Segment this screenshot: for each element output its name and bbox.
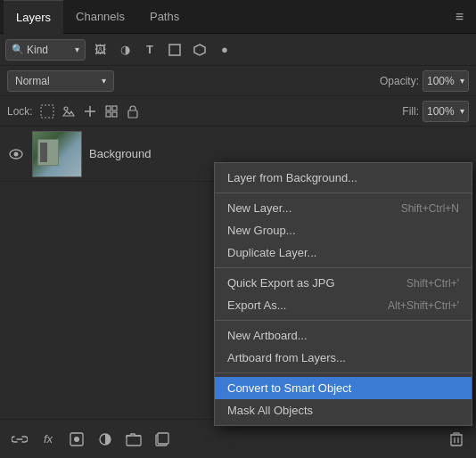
svg-point-12 [14, 151, 19, 156]
tab-channels[interactable]: Channels [63, 0, 137, 34]
menu-item-quick-export[interactable]: Quick Export as JPG Shift+Ctrl+' [215, 272, 472, 294]
svg-rect-7 [112, 106, 117, 110]
lock-artboard-icon[interactable] [103, 102, 120, 120]
new-layer-icon[interactable] [150, 427, 175, 452]
filter-bar: 🔍 Kind ▾ 🖼 ◑ T ● [0, 34, 476, 66]
kind-filter-dropdown[interactable]: 🔍 Kind ▾ [5, 39, 86, 61]
svg-rect-19 [451, 435, 462, 446]
menu-separator-4 [215, 372, 472, 373]
menu-item-new-group[interactable]: New Group... [215, 219, 472, 241]
lock-image-icon[interactable] [60, 102, 78, 120]
menu-item-convert-smart-object[interactable]: Convert to Smart Object [215, 377, 472, 399]
menu-item-duplicate-layer[interactable]: Duplicate Layer... [215, 241, 472, 264]
add-mask-icon[interactable] [64, 427, 89, 452]
menu-item-layer-from-background[interactable]: Layer from Background... [215, 167, 472, 189]
tab-layers[interactable]: Layers [4, 0, 63, 34]
tab-bar: Layers Channels Paths ≡ [0, 0, 476, 34]
menu-separator-1 [215, 192, 472, 193]
svg-rect-9 [112, 112, 117, 117]
smartobject-filter-icon[interactable] [189, 39, 210, 61]
menu-item-mask-all-objects[interactable]: Mask All Objects [215, 399, 472, 421]
svg-rect-0 [169, 45, 180, 55]
svg-rect-6 [106, 106, 111, 110]
fill-arrow: ▾ [460, 106, 464, 116]
context-menu: Layer from Background... New Layer... Sh… [214, 162, 472, 426]
menu-item-new-artboard[interactable]: New Artboard... [215, 324, 472, 347]
panel-menu-icon[interactable]: ≡ [447, 9, 472, 25]
delete-layer-icon[interactable] [444, 427, 469, 452]
kind-dropdown-arrow: ▾ [75, 45, 79, 54]
opacity-input[interactable]: 100% ▾ [423, 70, 469, 92]
visibility-toggle[interactable] [7, 149, 25, 159]
search-icon: 🔍 [12, 44, 24, 55]
menu-item-artboard-from-layers[interactable]: Artboard from Layers... [215, 347, 472, 369]
lock-all-icon[interactable] [124, 102, 142, 120]
fx-icon[interactable]: fx [36, 427, 61, 452]
svg-marker-1 [194, 45, 205, 55]
image-filter-icon[interactable]: 🖼 [89, 39, 111, 61]
menu-item-export-as[interactable]: Export As... Alt+Shift+Ctrl+' [215, 294, 472, 316]
group-icon[interactable] [121, 427, 146, 452]
blend-mode-dropdown[interactable]: Normal ▾ [7, 70, 114, 92]
menu-separator-2 [215, 267, 472, 268]
mode-opacity-bar: Normal ▾ Opacity: 100% ▾ [0, 66, 476, 96]
lock-transparent-icon[interactable] [38, 102, 56, 120]
svg-point-14 [74, 437, 79, 442]
link-icon[interactable] [7, 427, 32, 452]
layer-name: Background [89, 147, 151, 160]
tab-paths[interactable]: Paths [137, 0, 192, 34]
circle-filter-icon[interactable]: ● [214, 39, 235, 61]
fill-input[interactable]: 100% ▾ [423, 101, 469, 122]
fill-section: Fill: 100% ▾ [402, 101, 469, 122]
svg-rect-2 [41, 105, 53, 118]
svg-point-3 [64, 107, 68, 110]
svg-rect-10 [128, 110, 137, 118]
mode-arrow: ▾ [102, 76, 106, 86]
svg-rect-18 [158, 433, 168, 444]
svg-rect-8 [106, 112, 111, 117]
opacity-arrow: ▾ [460, 76, 464, 86]
lock-position-icon[interactable] [81, 102, 99, 120]
adjustment-layer-icon[interactable] [93, 427, 118, 452]
svg-rect-16 [127, 436, 141, 446]
adjustment-filter-icon[interactable]: ◑ [114, 39, 135, 61]
shape-filter-icon[interactable] [164, 39, 185, 61]
menu-separator-3 [215, 320, 472, 321]
type-filter-icon[interactable]: T [139, 39, 160, 61]
lock-fill-bar: Lock: Fill: 100% ▾ [0, 96, 476, 127]
layer-thumbnail [32, 131, 82, 177]
opacity-section: Opacity: 100% ▾ [380, 70, 469, 92]
menu-item-new-layer[interactable]: New Layer... Shift+Ctrl+N [215, 197, 472, 219]
